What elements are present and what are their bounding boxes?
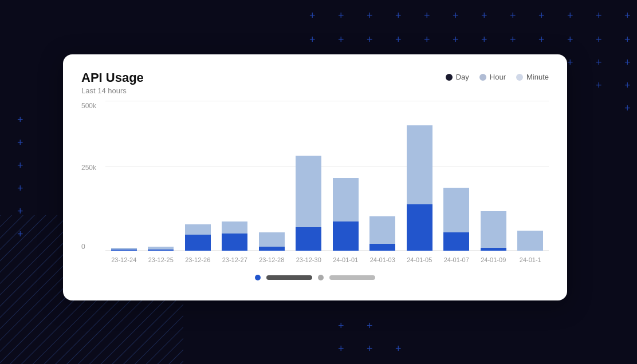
legend-label-hour: Hour bbox=[490, 73, 506, 81]
legend-dot-minute bbox=[516, 74, 523, 81]
chart-area: 500k 250k 0 23-12-2423-12-2523-12-2623-1… bbox=[81, 101, 549, 267]
bar-group-7 bbox=[364, 101, 402, 251]
bar-top-7 bbox=[369, 216, 395, 244]
legend-label-minute: Minute bbox=[526, 73, 549, 81]
bar-top-11 bbox=[517, 231, 543, 251]
bar-top-6 bbox=[333, 178, 359, 221]
bar-bottom-3 bbox=[222, 234, 247, 251]
legend-dot-hour bbox=[479, 74, 486, 81]
bar-bottom-0 bbox=[111, 250, 137, 251]
x-label-4: 23-12-28 bbox=[253, 253, 290, 267]
bar-group-3 bbox=[217, 101, 254, 251]
y-label-250k: 250k bbox=[81, 164, 96, 172]
legend-label-day: Day bbox=[456, 73, 469, 81]
legend-item-minute[interactable]: Minute bbox=[516, 73, 549, 81]
x-label-2: 23-12-26 bbox=[179, 253, 217, 267]
bar-bottom-7 bbox=[369, 244, 395, 251]
chart-inner bbox=[105, 101, 549, 251]
scroll-bar-dark[interactable] bbox=[266, 275, 312, 280]
y-label-0: 0 bbox=[81, 243, 85, 251]
bar-top-3 bbox=[222, 221, 247, 234]
bar-bottom-1 bbox=[148, 250, 174, 251]
bar-group-9 bbox=[438, 101, 475, 251]
api-usage-card: API Usage Last 14 hours Day Hour Minute … bbox=[63, 54, 567, 300]
bar-top-5 bbox=[296, 156, 321, 227]
bar-top-10 bbox=[481, 211, 506, 248]
x-label-11: 24-01-1 bbox=[512, 253, 549, 267]
scroll-bar-light[interactable] bbox=[329, 275, 375, 280]
x-label-10: 24-01-09 bbox=[475, 253, 512, 267]
bar-group-0 bbox=[105, 101, 143, 251]
bars-container bbox=[105, 101, 549, 251]
x-label-7: 24-01-03 bbox=[364, 253, 402, 267]
x-label-0: 23-12-24 bbox=[105, 253, 143, 267]
x-label-9: 24-01-07 bbox=[438, 253, 475, 267]
bar-group-5 bbox=[290, 101, 328, 251]
x-labels: 23-12-2423-12-2523-12-2623-12-2723-12-28… bbox=[105, 253, 549, 267]
x-label-5: 23-12-30 bbox=[290, 253, 328, 267]
bar-bottom-10 bbox=[481, 248, 506, 251]
bar-group-11 bbox=[512, 101, 549, 251]
bar-top-2 bbox=[185, 224, 211, 235]
scroll-dot-blue[interactable] bbox=[255, 275, 261, 280]
scroll-dot-gray[interactable] bbox=[318, 275, 324, 280]
x-label-8: 24-01-05 bbox=[401, 253, 438, 267]
bar-bottom-2 bbox=[185, 235, 211, 251]
legend-item-day[interactable]: Day bbox=[446, 73, 469, 81]
scroll-indicators bbox=[81, 275, 549, 280]
card-title: API Usage bbox=[81, 70, 144, 85]
card-header: API Usage Last 14 hours Day Hour Minute bbox=[81, 70, 549, 95]
x-label-6: 24-01-01 bbox=[327, 253, 364, 267]
y-label-500k: 500k bbox=[81, 102, 96, 110]
bar-group-10 bbox=[475, 101, 512, 251]
bar-top-4 bbox=[259, 232, 285, 247]
bar-group-1 bbox=[143, 101, 180, 251]
bar-group-6 bbox=[327, 101, 364, 251]
bar-bottom-9 bbox=[443, 232, 469, 251]
bar-group-8 bbox=[401, 101, 438, 251]
x-label-1: 23-12-25 bbox=[143, 253, 180, 267]
bar-bottom-4 bbox=[259, 247, 285, 251]
legend-dot-day bbox=[446, 74, 453, 81]
bar-bottom-5 bbox=[296, 227, 321, 251]
card-subtitle: Last 14 hours bbox=[81, 86, 144, 95]
bar-top-8 bbox=[407, 125, 432, 204]
bar-top-9 bbox=[443, 188, 469, 232]
x-label-3: 23-12-27 bbox=[217, 253, 254, 267]
chart-legend: Day Hour Minute bbox=[446, 73, 549, 81]
legend-item-hour[interactable]: Hour bbox=[479, 73, 506, 81]
bar-bottom-8 bbox=[407, 204, 432, 251]
bar-group-4 bbox=[253, 101, 290, 251]
bar-bottom-6 bbox=[333, 221, 359, 251]
bar-group-2 bbox=[179, 101, 217, 251]
title-section: API Usage Last 14 hours bbox=[81, 70, 144, 95]
